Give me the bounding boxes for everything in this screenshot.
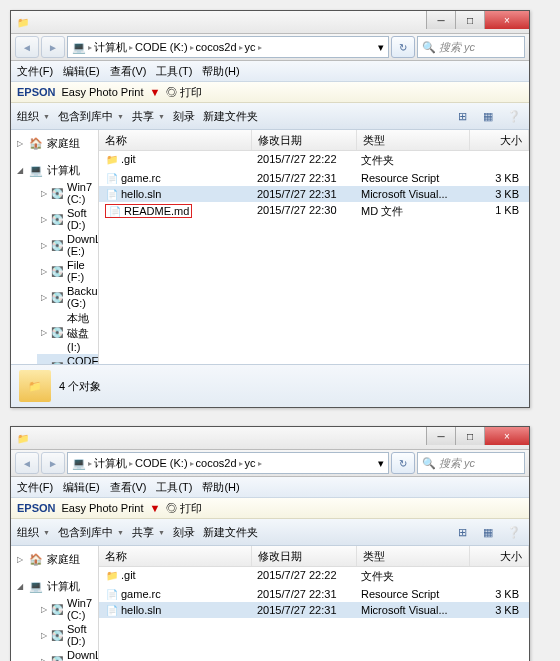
close-button[interactable]: × — [484, 427, 529, 445]
column-headers: 名称 修改日期 类型 大小 — [99, 546, 529, 567]
menu-view[interactable]: 查看(V) — [110, 64, 147, 79]
forward-button[interactable]: ► — [41, 452, 65, 474]
view-button[interactable]: ⊞ — [453, 107, 471, 125]
refresh-button[interactable]: ↻ — [391, 452, 415, 474]
newfolder-button[interactable]: 新建文件夹 — [203, 525, 258, 540]
breadcrumb[interactable]: 💻 ▸计算机 ▸CODE (K:) ▸cocos2d ▸yc ▸ ▾ — [67, 452, 389, 474]
sidebar-drive[interactable]: ▷💽Backups (G:) — [37, 284, 98, 310]
menu-tools[interactable]: 工具(T) — [156, 480, 192, 495]
menu-edit[interactable]: 编辑(E) — [63, 480, 100, 495]
file-list[interactable]: 📁.git2015/7/27 22:22文件夹📄game.rc2015/7/27… — [99, 567, 529, 661]
menu-file[interactable]: 文件(F) — [17, 480, 53, 495]
sidebar-homegroup[interactable]: ▷🏠家庭组 — [11, 550, 98, 569]
col-name[interactable]: 名称 — [99, 130, 252, 150]
back-button[interactable]: ◄ — [15, 36, 39, 58]
sidebar-computer[interactable]: ◢💻计算机 — [11, 161, 98, 180]
toolbar: 组织▼ 包含到库中▼ 共享▼ 刻录 新建文件夹 ⊞ ▦ ❔ — [11, 103, 529, 130]
maximize-button[interactable]: □ — [455, 427, 484, 445]
sidebar-drive[interactable]: ▷💽CODE (K:) — [37, 354, 98, 364]
file-row[interactable]: 📄hello.sln2015/7/27 22:31Microsoft Visua… — [99, 602, 529, 618]
status-text: 4 个对象 — [59, 379, 101, 394]
file-row[interactable]: 📁.git2015/7/27 22:22文件夹 — [99, 151, 529, 170]
col-name[interactable]: 名称 — [99, 546, 252, 566]
close-button[interactable]: × — [484, 11, 529, 29]
col-size[interactable]: 大小 — [470, 130, 529, 150]
epson-bar: EPSON Easy Photo Print ▼ ◎ 打印 — [11, 498, 529, 519]
maximize-button[interactable]: □ — [455, 11, 484, 29]
sidebar-drive[interactable]: ▷💽DownLoad (E:) — [37, 232, 98, 258]
forward-button[interactable]: ► — [41, 36, 65, 58]
search-input[interactable]: 🔍搜索 yc — [417, 36, 525, 58]
toolbar: 组织▼ 包含到库中▼ 共享▼ 刻录 新建文件夹 ⊞ ▦ ❔ — [11, 519, 529, 546]
dropdown-icon[interactable]: ▾ — [378, 457, 384, 470]
file-row[interactable]: 📄hello.sln2015/7/27 22:31Microsoft Visua… — [99, 186, 529, 202]
sidebar-drive[interactable]: ▷💽Soft (D:) — [37, 206, 98, 232]
col-type[interactable]: 类型 — [357, 546, 470, 566]
dropdown-icon[interactable]: ▾ — [378, 41, 384, 54]
col-type[interactable]: 类型 — [357, 130, 470, 150]
menu-view[interactable]: 查看(V) — [110, 480, 147, 495]
file-row[interactable]: 📄game.rc2015/7/27 22:31Resource Script3 … — [99, 586, 529, 602]
file-row[interactable]: 📁.git2015/7/27 22:22文件夹 — [99, 567, 529, 586]
preview-button[interactable]: ▦ — [479, 107, 497, 125]
help-button[interactable]: ❔ — [505, 523, 523, 541]
include-button[interactable]: 包含到库中▼ — [58, 525, 124, 540]
explorer-window-top: 📁 ─ □ × ◄ ► 💻 ▸计算机 ▸CODE (K:) ▸cocos2d ▸… — [10, 10, 530, 408]
view-button[interactable]: ⊞ — [453, 523, 471, 541]
sidebar[interactable]: ▷🏠家庭组 ◢💻计算机 ▷💽Win7 (C:)▷💽Soft (D:)▷💽Down… — [11, 130, 99, 364]
organize-button[interactable]: 组织▼ — [17, 109, 50, 124]
newfolder-button[interactable]: 新建文件夹 — [203, 109, 258, 124]
titlebar[interactable]: 📁 ─ □ × — [11, 11, 529, 34]
sidebar-drive[interactable]: ▷💽Win7 (C:) — [37, 596, 98, 622]
nav-bar: ◄ ► 💻 ▸计算机 ▸CODE (K:) ▸cocos2d ▸yc ▸ ▾ ↻… — [11, 34, 529, 61]
folder-icon: 📁 — [15, 430, 31, 446]
menubar: 文件(F) 编辑(E) 查看(V) 工具(T) 帮助(H) — [11, 61, 529, 82]
sidebar-drive[interactable]: ▷💽File (F:) — [37, 258, 98, 284]
sidebar-homegroup[interactable]: ▷🏠家庭组 — [11, 134, 98, 153]
organize-button[interactable]: 组织▼ — [17, 525, 50, 540]
search-input[interactable]: 🔍搜索 yc — [417, 452, 525, 474]
file-row[interactable]: 📄game.rc2015/7/27 22:31Resource Script3 … — [99, 170, 529, 186]
share-button[interactable]: 共享▼ — [132, 525, 165, 540]
file-list[interactable]: 📁.git2015/7/27 22:22文件夹📄game.rc2015/7/27… — [99, 151, 529, 364]
sidebar-drive[interactable]: ▷💽Soft (D:) — [37, 622, 98, 648]
titlebar[interactable]: 📁 ─ □ × — [11, 427, 529, 450]
back-button[interactable]: ◄ — [15, 452, 39, 474]
computer-icon: 💻 — [72, 457, 86, 470]
include-button[interactable]: 包含到库中▼ — [58, 109, 124, 124]
file-row[interactable]: 📄README.md2015/7/27 22:30MD 文件1 KB — [99, 202, 529, 221]
sidebar-drive[interactable]: ▷💽DownLoad (E:) — [37, 648, 98, 661]
col-date[interactable]: 修改日期 — [252, 546, 357, 566]
menu-help[interactable]: 帮助(H) — [202, 64, 239, 79]
column-headers: 名称 修改日期 类型 大小 — [99, 130, 529, 151]
status-bar: 📁 4 个对象 — [11, 364, 529, 407]
menubar: 文件(F) 编辑(E) 查看(V) 工具(T) 帮助(H) — [11, 477, 529, 498]
menu-help[interactable]: 帮助(H) — [202, 480, 239, 495]
col-size[interactable]: 大小 — [470, 546, 529, 566]
computer-icon: 💻 — [72, 41, 86, 54]
sidebar-drive[interactable]: ▷💽本地磁盘 (I:) — [37, 310, 98, 354]
folder-icon: 📁 — [15, 14, 31, 30]
epson-bar: EPSON Easy Photo Print ▼ ◎ 打印 — [11, 82, 529, 103]
refresh-button[interactable]: ↻ — [391, 36, 415, 58]
sidebar-computer[interactable]: ◢💻计算机 — [11, 577, 98, 596]
folder-big-icon: 📁 — [19, 370, 51, 402]
breadcrumb[interactable]: 💻 ▸计算机 ▸CODE (K:) ▸cocos2d ▸yc ▸ ▾ — [67, 36, 389, 58]
preview-button[interactable]: ▦ — [479, 523, 497, 541]
sidebar-drive[interactable]: ▷💽Win7 (C:) — [37, 180, 98, 206]
menu-tools[interactable]: 工具(T) — [156, 64, 192, 79]
col-date[interactable]: 修改日期 — [252, 130, 357, 150]
burn-button[interactable]: 刻录 — [173, 525, 195, 540]
burn-button[interactable]: 刻录 — [173, 109, 195, 124]
help-button[interactable]: ❔ — [505, 107, 523, 125]
minimize-button[interactable]: ─ — [426, 427, 455, 445]
nav-bar: ◄ ► 💻 ▸计算机 ▸CODE (K:) ▸cocos2d ▸yc ▸ ▾ ↻… — [11, 450, 529, 477]
share-button[interactable]: 共享▼ — [132, 109, 165, 124]
menu-file[interactable]: 文件(F) — [17, 64, 53, 79]
sidebar[interactable]: ▷🏠家庭组 ◢💻计算机 ▷💽Win7 (C:)▷💽Soft (D:)▷💽Down… — [11, 546, 99, 661]
menu-edit[interactable]: 编辑(E) — [63, 64, 100, 79]
minimize-button[interactable]: ─ — [426, 11, 455, 29]
explorer-window-bottom: 📁 ─ □ × ◄ ► 💻 ▸计算机 ▸CODE (K:) ▸cocos2d ▸… — [10, 426, 530, 661]
